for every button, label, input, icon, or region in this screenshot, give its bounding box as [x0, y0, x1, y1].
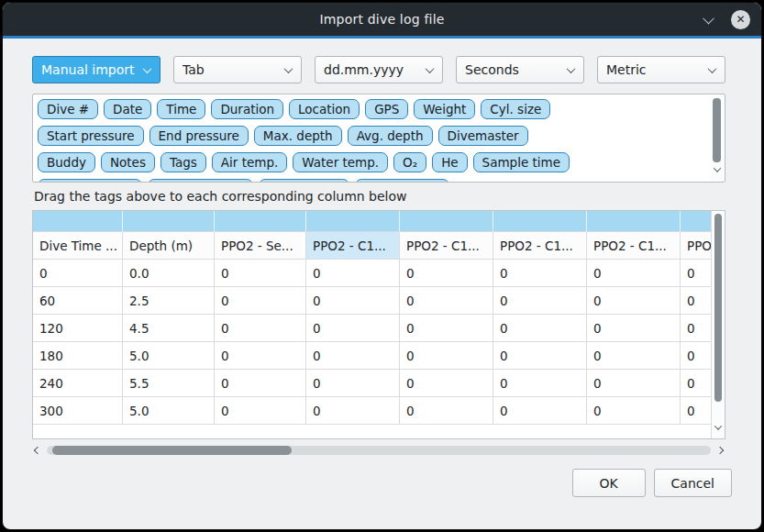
tag-weight[interactable]: Weight [414, 99, 475, 119]
column-header[interactable]: PPO2 - C1... [587, 232, 681, 260]
tag-cyl-size[interactable]: Cyl. size [481, 99, 550, 119]
column-header[interactable]: Dive Time ... [33, 232, 123, 260]
combo-field-separator[interactable]: Tab [173, 56, 302, 83]
table-cell: 0 [215, 342, 306, 370]
tag-end-pressure[interactable]: End pressure [149, 126, 249, 146]
combo-import-mode[interactable]: Manual import [32, 56, 161, 83]
tag-pool-scrollbar[interactable] [710, 95, 724, 181]
column-header[interactable]: PPO2 - C1... [306, 232, 400, 260]
dialog-buttons: OK Cancel [572, 469, 732, 497]
table-cell: 0 [215, 287, 306, 315]
table-cell: 0 [306, 287, 400, 315]
table-cell: 0 [493, 370, 587, 397]
table-vertical-scrollbar[interactable] [711, 211, 725, 438]
ok-button[interactable]: OK [572, 469, 646, 497]
column-header[interactable]: PPO2 - Se... [215, 232, 306, 260]
column-header[interactable]: PPO2 - C1... [493, 232, 587, 260]
table-cell: 0 [493, 342, 587, 370]
cancel-button[interactable]: Cancel [654, 469, 732, 497]
table-cell: 0 [681, 287, 711, 315]
column-tag-cell[interactable] [493, 211, 587, 232]
column-tag-cell[interactable] [587, 211, 681, 232]
close-button[interactable]: ✕ [731, 10, 750, 29]
scrollbar-thumb[interactable] [52, 446, 292, 455]
table-cell: 5.0 [123, 397, 215, 425]
tag-sample-depth[interactable]: Sample depth [38, 179, 142, 183]
tag-gps[interactable]: GPS [365, 99, 408, 119]
column-tag-cell[interactable] [33, 211, 123, 232]
tag-sample-temp[interactable]: Sample temp. [148, 179, 253, 183]
tag-date[interactable]: Date [104, 99, 151, 119]
table-cell: 0 [587, 287, 681, 315]
tag-notes[interactable]: Notes [101, 152, 155, 172]
scroll-down-button[interactable] [710, 167, 724, 179]
table-cell: 0 [681, 342, 711, 370]
table-cell: 0 [215, 315, 306, 342]
table-cell: 0 [400, 287, 493, 315]
chevron-down-icon [426, 64, 435, 73]
table-cell: 4.5 [123, 315, 215, 342]
scroll-left-button[interactable] [32, 448, 43, 453]
table-cell: 0 [400, 397, 493, 425]
chevron-right-icon [716, 447, 724, 454]
table-cell: 0 [587, 342, 681, 370]
column-tag-cell[interactable] [215, 211, 306, 232]
combo-duration-format[interactable]: Seconds [456, 56, 584, 83]
column-header[interactable]: Depth (m) [123, 232, 215, 260]
table-grid: Dive Time ...Depth (m)PPO2 - Se...PPO2 -… [33, 211, 711, 438]
tag-time[interactable]: Time [157, 99, 205, 119]
tag-max-depth[interactable]: Max. depth [254, 126, 342, 146]
combo-units[interactable]: Metric [597, 56, 725, 83]
table-cell: 0 [493, 315, 587, 342]
table-horizontal-scrollbar[interactable] [32, 443, 725, 458]
table-cell: 5.5 [123, 370, 215, 397]
table-cell: 0 [306, 315, 400, 342]
scrollbar-thumb[interactable] [713, 98, 721, 162]
table-cell: 0 [681, 397, 711, 425]
column-tag-cell[interactable] [306, 211, 400, 232]
titlebar[interactable]: Import dive log file ✕ [3, 3, 761, 36]
column-tag-cell[interactable] [400, 211, 493, 232]
tag-start-pressure[interactable]: Start pressure [38, 126, 144, 146]
table-row: 602.5000000 [33, 287, 711, 315]
tag-buddy[interactable]: Buddy [38, 152, 95, 172]
combo-value: Metric [606, 62, 709, 77]
tag-sample-time[interactable]: Sample time [473, 152, 570, 172]
scrollbar-thumb[interactable] [714, 214, 722, 402]
table-cell: 0 [493, 287, 587, 315]
import-dialog: Import dive log file ✕ Manual importTabd… [2, 2, 762, 530]
shade-button[interactable] [700, 11, 716, 28]
table-row: 1805.0000000 [33, 342, 711, 370]
tag-divemaster[interactable]: Divemaster [438, 126, 528, 146]
chevron-down-icon [708, 64, 717, 73]
scroll-right-button[interactable] [714, 448, 725, 453]
tag-dive[interactable]: Dive # [38, 99, 98, 119]
table-row: 00.0000000 [33, 260, 711, 287]
combo-value: Manual import [41, 62, 144, 77]
tag-sample-po[interactable]: Sample pO₂ [259, 179, 350, 183]
tag-he[interactable]: He [432, 152, 467, 172]
column-tag-cell[interactable] [681, 211, 711, 232]
scroll-down-button[interactable] [712, 425, 725, 436]
tag-o[interactable]: O₂ [393, 152, 426, 172]
tag-water-temp[interactable]: Water temp. [293, 152, 388, 172]
table-cell: 0 [400, 315, 493, 342]
tag-row: Sample depthSample temp.Sample pO₂Sample… [38, 179, 706, 183]
tag-air-temp[interactable]: Air temp. [212, 152, 287, 172]
table-cell: 0 [681, 260, 711, 287]
combo-date-format[interactable]: dd.mm.yyyy [315, 56, 443, 83]
table-cell: 0 [306, 342, 400, 370]
column-header[interactable]: PPO2 - C1... [400, 232, 493, 260]
column-header[interactable]: PPO2 [681, 232, 711, 260]
tag-sample-cns[interactable]: Sample CNS [355, 179, 449, 183]
table-cell: 2.5 [123, 287, 215, 315]
table-cell: 0 [681, 315, 711, 342]
tag-avg-depth[interactable]: Avg. depth [348, 126, 433, 146]
table-cell: 0 [587, 370, 681, 397]
tag-location[interactable]: Location [289, 99, 360, 119]
scrollbar-track[interactable] [47, 446, 711, 455]
tag-duration[interactable]: Duration [211, 99, 283, 119]
window-title: Import dive log file [319, 12, 444, 27]
column-tag-cell[interactable] [123, 211, 215, 232]
tag-tags[interactable]: Tags [161, 152, 206, 172]
